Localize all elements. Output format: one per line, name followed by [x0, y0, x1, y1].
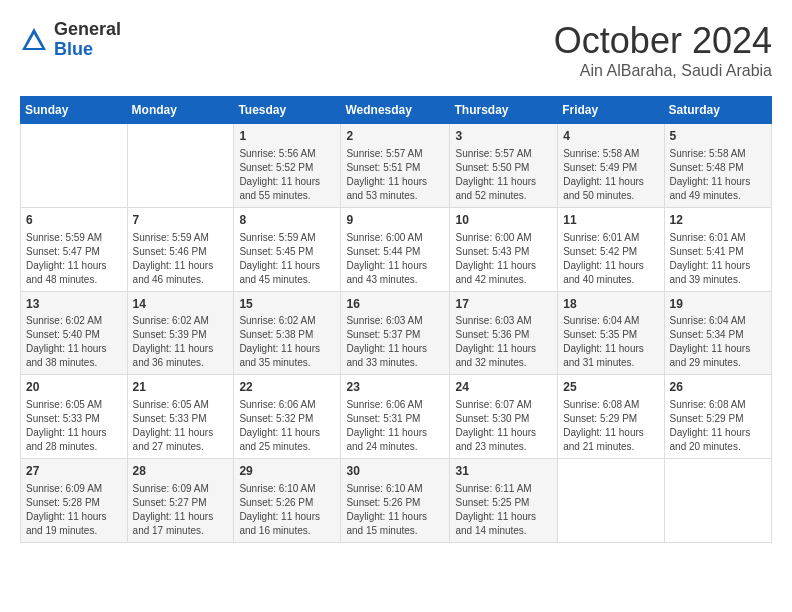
calendar-cell: 2 Sunrise: 5:57 AMSunset: 5:51 PMDayligh… [341, 124, 450, 208]
day-info: Sunrise: 5:56 AMSunset: 5:52 PMDaylight:… [239, 147, 335, 203]
day-info: Sunrise: 6:08 AMSunset: 5:29 PMDaylight:… [563, 398, 658, 454]
calendar-week-row: 6 Sunrise: 5:59 AMSunset: 5:47 PMDayligh… [21, 207, 772, 291]
day-info: Sunrise: 5:58 AMSunset: 5:48 PMDaylight:… [670, 147, 766, 203]
calendar-cell: 6 Sunrise: 5:59 AMSunset: 5:47 PMDayligh… [21, 207, 128, 291]
calendar-cell: 25 Sunrise: 6:08 AMSunset: 5:29 PMDaylig… [558, 375, 664, 459]
calendar-cell: 23 Sunrise: 6:06 AMSunset: 5:31 PMDaylig… [341, 375, 450, 459]
day-number: 27 [26, 463, 122, 480]
calendar-header-row: SundayMondayTuesdayWednesdayThursdayFrid… [21, 97, 772, 124]
calendar-cell: 20 Sunrise: 6:05 AMSunset: 5:33 PMDaylig… [21, 375, 128, 459]
day-info: Sunrise: 6:06 AMSunset: 5:32 PMDaylight:… [239, 398, 335, 454]
day-number: 20 [26, 379, 122, 396]
day-info: Sunrise: 6:03 AMSunset: 5:37 PMDaylight:… [346, 314, 444, 370]
logo-icon [20, 26, 48, 54]
day-info: Sunrise: 6:04 AMSunset: 5:35 PMDaylight:… [563, 314, 658, 370]
day-number: 7 [133, 212, 229, 229]
day-info: Sunrise: 6:00 AMSunset: 5:43 PMDaylight:… [455, 231, 552, 287]
day-info: Sunrise: 6:09 AMSunset: 5:27 PMDaylight:… [133, 482, 229, 538]
month-title: October 2024 [554, 20, 772, 62]
day-info: Sunrise: 6:01 AMSunset: 5:41 PMDaylight:… [670, 231, 766, 287]
logo-text: General Blue [54, 20, 121, 60]
day-info: Sunrise: 6:02 AMSunset: 5:39 PMDaylight:… [133, 314, 229, 370]
calendar-week-row: 1 Sunrise: 5:56 AMSunset: 5:52 PMDayligh… [21, 124, 772, 208]
day-number: 30 [346, 463, 444, 480]
day-info: Sunrise: 6:02 AMSunset: 5:40 PMDaylight:… [26, 314, 122, 370]
calendar-cell [21, 124, 128, 208]
day-number: 8 [239, 212, 335, 229]
day-info: Sunrise: 6:05 AMSunset: 5:33 PMDaylight:… [26, 398, 122, 454]
day-number: 29 [239, 463, 335, 480]
day-number: 28 [133, 463, 229, 480]
calendar-cell: 4 Sunrise: 5:58 AMSunset: 5:49 PMDayligh… [558, 124, 664, 208]
page-header: General Blue October 2024 Ain AlBaraha, … [20, 20, 772, 80]
day-number: 21 [133, 379, 229, 396]
weekday-header-wednesday: Wednesday [341, 97, 450, 124]
day-info: Sunrise: 6:11 AMSunset: 5:25 PMDaylight:… [455, 482, 552, 538]
day-info: Sunrise: 6:06 AMSunset: 5:31 PMDaylight:… [346, 398, 444, 454]
day-info: Sunrise: 5:57 AMSunset: 5:51 PMDaylight:… [346, 147, 444, 203]
day-number: 9 [346, 212, 444, 229]
location-title: Ain AlBaraha, Saudi Arabia [554, 62, 772, 80]
calendar-week-row: 20 Sunrise: 6:05 AMSunset: 5:33 PMDaylig… [21, 375, 772, 459]
day-number: 15 [239, 296, 335, 313]
calendar-cell [558, 459, 664, 543]
day-info: Sunrise: 5:58 AMSunset: 5:49 PMDaylight:… [563, 147, 658, 203]
day-number: 19 [670, 296, 766, 313]
calendar-cell: 28 Sunrise: 6:09 AMSunset: 5:27 PMDaylig… [127, 459, 234, 543]
calendar-cell: 29 Sunrise: 6:10 AMSunset: 5:26 PMDaylig… [234, 459, 341, 543]
day-number: 11 [563, 212, 658, 229]
calendar-cell [664, 459, 771, 543]
day-number: 2 [346, 128, 444, 145]
day-number: 12 [670, 212, 766, 229]
day-number: 14 [133, 296, 229, 313]
day-number: 4 [563, 128, 658, 145]
weekday-header-thursday: Thursday [450, 97, 558, 124]
day-info: Sunrise: 6:03 AMSunset: 5:36 PMDaylight:… [455, 314, 552, 370]
calendar-cell: 30 Sunrise: 6:10 AMSunset: 5:26 PMDaylig… [341, 459, 450, 543]
day-info: Sunrise: 6:10 AMSunset: 5:26 PMDaylight:… [346, 482, 444, 538]
day-info: Sunrise: 6:05 AMSunset: 5:33 PMDaylight:… [133, 398, 229, 454]
logo: General Blue [20, 20, 121, 60]
calendar-cell: 21 Sunrise: 6:05 AMSunset: 5:33 PMDaylig… [127, 375, 234, 459]
calendar-cell: 3 Sunrise: 5:57 AMSunset: 5:50 PMDayligh… [450, 124, 558, 208]
day-info: Sunrise: 5:59 AMSunset: 5:47 PMDaylight:… [26, 231, 122, 287]
calendar-cell: 31 Sunrise: 6:11 AMSunset: 5:25 PMDaylig… [450, 459, 558, 543]
calendar-table: SundayMondayTuesdayWednesdayThursdayFrid… [20, 96, 772, 543]
calendar-cell [127, 124, 234, 208]
day-number: 6 [26, 212, 122, 229]
calendar-cell: 7 Sunrise: 5:59 AMSunset: 5:46 PMDayligh… [127, 207, 234, 291]
day-number: 17 [455, 296, 552, 313]
calendar-cell: 1 Sunrise: 5:56 AMSunset: 5:52 PMDayligh… [234, 124, 341, 208]
day-number: 5 [670, 128, 766, 145]
day-info: Sunrise: 6:04 AMSunset: 5:34 PMDaylight:… [670, 314, 766, 370]
day-number: 16 [346, 296, 444, 313]
weekday-header-friday: Friday [558, 97, 664, 124]
calendar-cell: 26 Sunrise: 6:08 AMSunset: 5:29 PMDaylig… [664, 375, 771, 459]
day-number: 31 [455, 463, 552, 480]
day-number: 24 [455, 379, 552, 396]
weekday-header-sunday: Sunday [21, 97, 128, 124]
weekday-header-tuesday: Tuesday [234, 97, 341, 124]
day-number: 22 [239, 379, 335, 396]
calendar-cell: 27 Sunrise: 6:09 AMSunset: 5:28 PMDaylig… [21, 459, 128, 543]
title-block: October 2024 Ain AlBaraha, Saudi Arabia [554, 20, 772, 80]
day-info: Sunrise: 6:07 AMSunset: 5:30 PMDaylight:… [455, 398, 552, 454]
day-number: 23 [346, 379, 444, 396]
day-info: Sunrise: 6:08 AMSunset: 5:29 PMDaylight:… [670, 398, 766, 454]
day-info: Sunrise: 5:59 AMSunset: 5:46 PMDaylight:… [133, 231, 229, 287]
calendar-cell: 19 Sunrise: 6:04 AMSunset: 5:34 PMDaylig… [664, 291, 771, 375]
day-info: Sunrise: 5:59 AMSunset: 5:45 PMDaylight:… [239, 231, 335, 287]
day-info: Sunrise: 6:02 AMSunset: 5:38 PMDaylight:… [239, 314, 335, 370]
day-number: 18 [563, 296, 658, 313]
day-info: Sunrise: 6:09 AMSunset: 5:28 PMDaylight:… [26, 482, 122, 538]
day-number: 25 [563, 379, 658, 396]
day-info: Sunrise: 6:10 AMSunset: 5:26 PMDaylight:… [239, 482, 335, 538]
calendar-cell: 13 Sunrise: 6:02 AMSunset: 5:40 PMDaylig… [21, 291, 128, 375]
calendar-cell: 17 Sunrise: 6:03 AMSunset: 5:36 PMDaylig… [450, 291, 558, 375]
day-number: 13 [26, 296, 122, 313]
weekday-header-monday: Monday [127, 97, 234, 124]
day-number: 1 [239, 128, 335, 145]
calendar-cell: 22 Sunrise: 6:06 AMSunset: 5:32 PMDaylig… [234, 375, 341, 459]
calendar-cell: 9 Sunrise: 6:00 AMSunset: 5:44 PMDayligh… [341, 207, 450, 291]
calendar-cell: 8 Sunrise: 5:59 AMSunset: 5:45 PMDayligh… [234, 207, 341, 291]
